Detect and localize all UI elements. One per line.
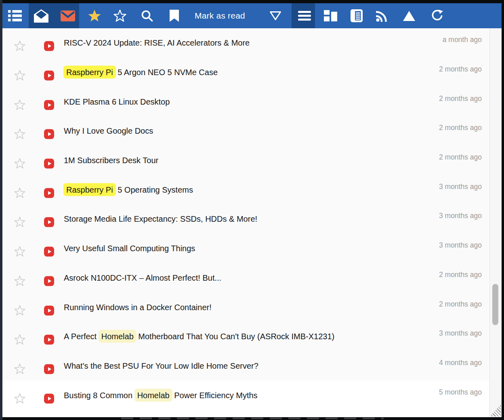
list-menu-icon: [8, 10, 22, 21]
article-title: Storage Media Life Expectancy: SSDs, HDD…: [64, 214, 257, 224]
article-age: 3 months ago: [439, 212, 482, 220]
scrollbar-track[interactable]: [489, 28, 502, 417]
star-outline-icon: [14, 363, 25, 375]
bookmark-icon: [170, 10, 179, 22]
article-row[interactable]: What's the Best PSU For Your Low Idle Ho…: [2, 351, 489, 381]
article-row[interactable]: Raspberry Pi 5 Operating Systems 3 month…: [2, 175, 489, 204]
article-age: a month ago: [443, 36, 482, 44]
list-menu-button[interactable]: [6, 3, 24, 28]
article-list: RISC-V 2024 Update: RISE, AI Accelerator…: [2, 28, 489, 410]
star-toggle[interactable]: [14, 128, 25, 140]
open-envelope-button[interactable]: [32, 3, 50, 28]
article-list-pane: RISC-V 2024 Update: RISE, AI Accelerator…: [2, 28, 502, 417]
article-row[interactable]: Running Windows in a Docker Container! 2…: [2, 292, 489, 322]
star-toggle[interactable]: [14, 216, 25, 228]
star-toggle[interactable]: [14, 334, 25, 345]
hamburger-menu-button[interactable]: [296, 3, 313, 28]
star-toggle[interactable]: [14, 70, 25, 81]
refresh-button[interactable]: [428, 3, 445, 28]
starred-filter-button[interactable]: [86, 3, 103, 28]
article-title: KDE Plasma 6 Linux Desktop: [64, 97, 170, 106]
star-outline-icon: [14, 158, 25, 169]
refresh-icon: [430, 10, 443, 22]
star-toggle[interactable]: [14, 305, 25, 316]
star-outline-icon: [14, 216, 25, 228]
article-title: RISC-V 2024 Update: RISE, AI Accelerator…: [64, 38, 250, 48]
search-button[interactable]: [138, 3, 156, 28]
filter-button[interactable]: [267, 3, 284, 28]
article-age: 4 months ago: [439, 358, 482, 367]
journal-icon: [351, 9, 363, 22]
mark-as-read-button[interactable]: Mark as read: [195, 3, 245, 28]
article-pane-button[interactable]: [348, 3, 365, 28]
article-age: 2 months ago: [439, 94, 482, 103]
star-toggle[interactable]: [14, 275, 25, 287]
article-age: 2 months ago: [439, 153, 482, 162]
layout-grid-icon: [324, 10, 337, 21]
star-toggle[interactable]: [14, 393, 25, 404]
star-toggle[interactable]: [14, 99, 25, 111]
article-row[interactable]: Storage Media Life Expectancy: SSDs, HDD…: [2, 204, 489, 234]
star-outline-icon: [113, 10, 126, 22]
article-row[interactable]: Very Useful Small Computing Things 3 mon…: [2, 234, 489, 263]
unstarred-filter-button[interactable]: [111, 3, 129, 28]
star-outline-icon: [14, 70, 25, 81]
star-outline-icon: [14, 99, 25, 111]
mark-as-read-label: Mark as read: [195, 11, 245, 21]
star-outline-icon: [14, 187, 25, 199]
article-row[interactable]: 1M Subscribers Desk Tour 2 months ago: [2, 146, 489, 175]
app-screenshot: { "toolbar": { "mark_as_read_label": "Ma…: [0, 0, 504, 420]
youtube-icon: [44, 335, 54, 345]
star-toggle[interactable]: [14, 363, 25, 375]
article-age: 2 months ago: [439, 124, 482, 132]
article-title: Raspberry Pi 5 Operating Systems: [64, 185, 193, 194]
article-row[interactable]: Raspberry Pi 5 Argon NEO 5 NVMe Case 2 m…: [2, 58, 489, 87]
star-outline-icon: [14, 305, 25, 316]
article-title: Asrock N100DC-ITX – Almost Perfect! But.…: [64, 273, 221, 282]
rss-button[interactable]: [373, 3, 391, 28]
youtube-icon: [44, 393, 54, 403]
star-filled-icon: [88, 10, 101, 22]
filter-funnel-icon: [269, 11, 281, 21]
star-toggle[interactable]: [14, 158, 25, 169]
article-title: Running Windows in a Docker Container!: [64, 302, 212, 312]
youtube-icon: [44, 159, 54, 169]
youtube-icon: [44, 129, 54, 139]
star-outline-icon: [14, 128, 25, 140]
star-outline-icon: [14, 275, 25, 287]
article-title: What's the Best PSU For Your Low Idle Ho…: [64, 361, 258, 370]
filled-envelope-icon: [61, 10, 75, 21]
triangle-up-icon: [403, 11, 415, 21]
search-highlight: Homelab: [99, 330, 136, 343]
star-toggle[interactable]: [14, 40, 25, 52]
search-highlight: Homelab: [134, 388, 172, 401]
list-bottom-filler: [2, 410, 489, 417]
star-toggle[interactable]: [14, 187, 25, 199]
article-row[interactable]: Why I Love Google Docs 2 months ago: [2, 116, 489, 146]
star-outline-icon: [14, 40, 25, 52]
star-outline-icon: [14, 246, 25, 257]
scroll-top-button[interactable]: [400, 3, 418, 28]
search-highlight: Raspberry Pi: [63, 183, 116, 196]
search-icon: [141, 10, 153, 22]
bookmark-button[interactable]: [165, 3, 183, 28]
star-outline-icon: [14, 334, 25, 345]
filled-envelope-button[interactable]: [59, 3, 77, 28]
youtube-icon: [44, 41, 54, 51]
youtube-icon: [44, 188, 54, 198]
star-toggle[interactable]: [14, 246, 25, 257]
article-row[interactable]: KDE Plasma 6 Linux Desktop 2 months ago: [2, 87, 489, 116]
article-row[interactable]: Busting 8 Common Homelab Power Efficienc…: [2, 380, 489, 410]
layout-button[interactable]: [321, 3, 339, 28]
scrollbar-thumb[interactable]: [492, 284, 498, 325]
youtube-icon: [44, 305, 54, 315]
article-row[interactable]: A Perfect Homelab Motherboard That You C…: [2, 322, 489, 351]
article-row[interactable]: Asrock N100DC-ITX – Almost Perfect! But.…: [2, 263, 489, 293]
youtube-icon: [44, 100, 54, 110]
article-row[interactable]: RISC-V 2024 Update: RISE, AI Accelerator…: [2, 28, 489, 58]
article-title: Why I Love Google Docs: [64, 126, 153, 136]
youtube-icon: [44, 247, 54, 257]
article-age: 3 months ago: [439, 329, 482, 338]
star-outline-icon: [14, 393, 25, 404]
article-title: A Perfect Homelab Motherboard That You C…: [64, 332, 334, 341]
